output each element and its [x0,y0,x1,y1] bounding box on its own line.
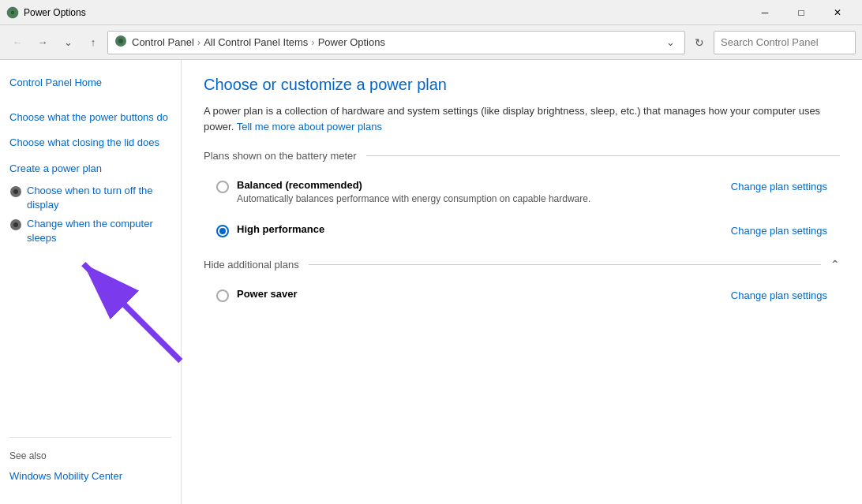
window-controls: ─ □ ✕ [747,0,856,25]
sep2: › [311,36,314,48]
svg-point-1 [11,10,15,14]
see-also-label: See also [9,450,171,461]
battery-plans-divider [366,155,840,156]
plan-radio-high-performance[interactable] [216,225,229,237]
sidebar-item-lid[interactable]: Choose what closing the lid does [9,133,171,153]
content-description: A power plan is a collection of hardware… [204,103,840,134]
additional-plans-section-header: Hide additional plans ⌃ [204,258,840,271]
sidebar: Control Panel Home Choose what the power… [0,60,182,504]
search-input[interactable] [714,31,856,54]
recent-locations-button[interactable]: ⌄ [57,32,79,54]
svg-point-5 [13,189,18,194]
plan-high-info: High performance [237,223,324,235]
sep1: › [197,36,201,48]
battery-plans-section-header: Plans shown on the battery meter [204,150,840,162]
battery-plans-label: Plans shown on the battery meter [204,150,357,162]
plan-balanced-info: Balanced (recommended) Automatically bal… [237,179,590,204]
app-crumb-icon [114,35,127,50]
plan-high-left: High performance [216,223,731,237]
plan-balanced-left: Balanced (recommended) Automatically bal… [216,179,731,204]
crumb-control-panel[interactable]: Control Panel [132,36,194,48]
sidebar-link-display-text[interactable]: Choose when to turn off the display [27,184,171,212]
minimize-button[interactable]: ─ [747,0,783,25]
display-icon [9,185,22,198]
title-bar-text: Power Options [24,7,747,18]
plan-saver-left: Power saver [216,288,731,302]
plan-balanced-right: Change plan settings [731,179,827,192]
plan-radio-power-saver[interactable] [216,289,229,302]
content-title: Choose or customize a power plan [204,76,840,94]
maximize-button[interactable]: □ [783,0,819,25]
app-icon [6,6,19,19]
title-bar: Power Options ─ □ ✕ [0,0,862,25]
sleep-icon [9,218,22,231]
sidebar-item-mobility[interactable]: Windows Mobility Center [9,466,171,487]
plan-radio-balanced[interactable] [216,181,229,193]
sidebar-nav: Control Panel Home Choose what the power… [9,73,171,437]
additional-plans-toggle[interactable]: ⌃ [830,258,840,271]
close-button[interactable]: ✕ [819,0,856,25]
sidebar-footer: See also Windows Mobility Center [9,437,171,491]
address-bar: ← → ⌄ ↑ Control Panel › All Control Pane… [0,25,862,60]
plan-saver-right: Change plan settings [731,288,827,301]
refresh-button[interactable]: ↻ [688,32,710,54]
sidebar-item-sleep[interactable]: Change when the computer sleeps [9,217,171,245]
learn-more-link[interactable]: Tell me more about power plans [237,121,382,133]
up-button[interactable]: ↑ [82,32,104,54]
change-plan-high-link[interactable]: Change plan settings [731,225,827,237]
change-plan-saver-link[interactable]: Change plan settings [731,289,827,301]
sidebar-item-power-buttons[interactable]: Choose what the power buttons do [9,107,171,128]
plan-item-high-performance: High performance Change plan settings [204,215,840,245]
additional-plans-divider [309,264,821,265]
sidebar-item-display[interactable]: Choose when to turn off the display [9,184,171,212]
plan-item-balanced: Balanced (recommended) Automatically bal… [204,171,840,212]
plan-saver-name: Power saver [237,288,298,300]
back-button[interactable]: ← [6,32,28,54]
crumb-all-items[interactable]: All Control Panel Items [204,36,308,48]
sidebar-item-home[interactable]: Control Panel Home [9,73,171,93]
forward-button[interactable]: → [32,32,54,54]
main-layout: Control Panel Home Choose what the power… [0,60,862,504]
svg-point-7 [13,222,18,227]
plan-saver-info: Power saver [237,288,298,300]
sidebar-link-sleep-text[interactable]: Change when the computer sleeps [27,217,171,245]
additional-plans-label: Hide additional plans [204,259,299,271]
sidebar-item-create-plan[interactable]: Create a power plan [9,159,171,179]
plan-balanced-name: Balanced (recommended) [237,179,590,191]
change-plan-balanced-link[interactable]: Change plan settings [731,181,827,192]
plan-high-name: High performance [237,223,324,235]
crumb-power-options[interactable]: Power Options [318,36,385,48]
plan-balanced-desc: Automatically balances performance with … [237,193,590,204]
plan-high-right: Change plan settings [731,223,827,237]
address-box[interactable]: Control Panel › All Control Panel Items … [107,31,685,54]
main-content: Choose or customize a power plan A power… [182,60,862,504]
svg-point-3 [118,39,123,43]
plan-item-power-saver: Power saver Change plan settings [204,280,840,310]
address-dropdown-button[interactable]: ⌄ [663,36,678,48]
